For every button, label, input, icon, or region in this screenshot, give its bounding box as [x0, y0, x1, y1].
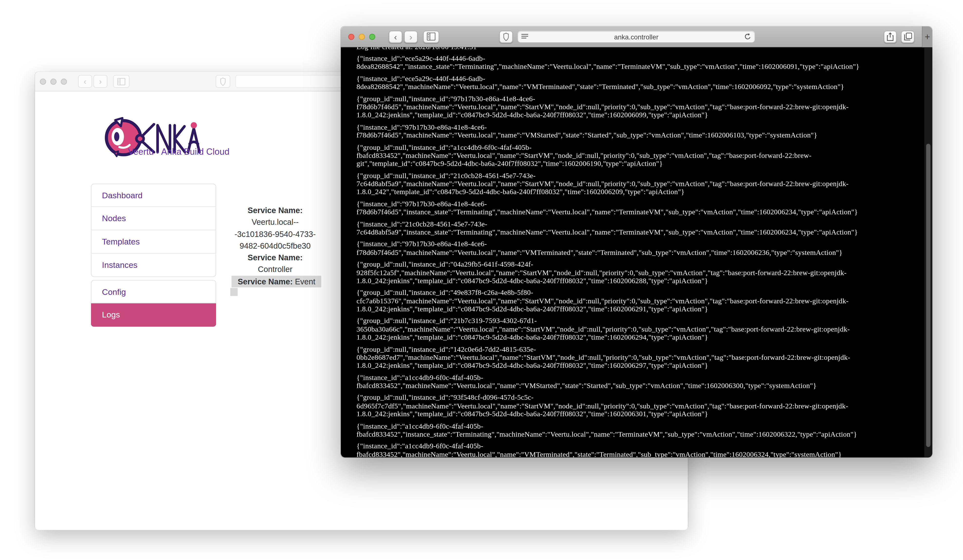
chevron-left-icon: ‹ [84, 77, 86, 86]
zoom-button[interactable] [61, 78, 67, 84]
service-name-value: 9482-604d0c5fbe30 [230, 240, 321, 252]
sidebar-toggle-button[interactable] [423, 31, 439, 42]
sidebar-item-nodes[interactable]: Nodes [91, 207, 216, 230]
log-entry: {"group_id":null,"instance_id":"142c0e6d… [357, 345, 909, 370]
share-button[interactable] [884, 31, 897, 42]
close-button[interactable] [40, 78, 46, 84]
privacy-shield-icon [220, 77, 226, 86]
log-entry: {"instance_id":"21c0cb28-4561-45e7-743e-… [357, 220, 909, 236]
sidebar-toggle-icon [427, 32, 435, 40]
refresh-icon[interactable] [744, 33, 751, 40]
sidebar-item-instances[interactable]: Instances [91, 254, 216, 277]
service-name-value: Controller [230, 264, 321, 276]
log-entry: {"instance_id":"97b17b30-e86a-41e8-4ce6-… [357, 123, 909, 140]
log-entry: {"instance_id":"a1cc4db9-6f0c-4faf-405b-… [357, 422, 909, 439]
brand-subtitle: Veertu - Anka Build Cloud [106, 147, 251, 156]
close-button[interactable] [348, 34, 354, 40]
sidebar-item-label: Nodes [102, 214, 126, 223]
sidebar-item-config[interactable]: Config [91, 280, 216, 303]
back-button[interactable]: ‹ [78, 75, 92, 88]
url-text: anka.controller [528, 33, 744, 40]
chevron-right-icon: › [410, 32, 412, 41]
log-viewer-window: ‹ › [341, 26, 932, 458]
log-entry: {"instance_id":"a1cc4db9-6f0c-4faf-405b-… [357, 374, 909, 390]
log-entry: {"instance_id":"97b17b30-e86a-41e8-4ce6-… [357, 200, 909, 217]
service-name-value: -3c101836-9540-4733- [230, 228, 321, 240]
service-name-highlighted: Service Name: Event [232, 276, 322, 288]
new-tab-icon: + [925, 31, 930, 42]
sidebar-toggle-icon [117, 78, 125, 85]
scrollbar-track[interactable] [924, 47, 932, 457]
log-entry: {"group_id":null,"instance_id":"21c0cb28… [357, 172, 909, 196]
sidebar-item-label: Templates [102, 237, 139, 246]
address-bar[interactable]: anka.controller [518, 31, 755, 42]
sidebar-item-templates[interactable]: Templates [91, 230, 216, 254]
privacy-shield-button[interactable] [499, 31, 513, 42]
chevron-right-icon: › [99, 77, 102, 86]
log-view: Log file created at: 2020/10/06 13:41:31… [341, 47, 932, 457]
log-entry: {"group_id":null,"instance_id":"93f548cf… [357, 394, 909, 418]
front-window-titlebar[interactable]: ‹ › [341, 26, 932, 47]
sidebar-item-label: Dashboard [102, 191, 143, 200]
share-icon [887, 32, 894, 41]
log-content: Log file created at: 2020/10/06 13:41:31… [357, 47, 909, 457]
log-entry: {"instance_id":"ece5a29c-440f-4446-6adb-… [357, 55, 909, 71]
log-entry: {"group_id":null,"instance_id":"97b17b30… [357, 95, 909, 120]
privacy-shield-icon [503, 32, 509, 41]
service-name-value: Veertu.local-- [230, 216, 321, 228]
back-button[interactable]: ‹ [389, 31, 402, 42]
service-name-label: Service Name: [230, 252, 321, 264]
log-entry: {"instance_id":"97b17b30-e86a-41e8-4ce6-… [357, 240, 909, 257]
privacy-shield-button[interactable] [216, 75, 230, 88]
new-tab-button[interactable]: + [922, 26, 932, 47]
selection-stub [230, 288, 238, 296]
sidebar-item-label: Instances [102, 260, 138, 270]
log-entry: {"group_id":null,"instance_id":"a1cc4db9… [357, 144, 909, 168]
sidebar-item-logs[interactable]: Logs [91, 303, 216, 327]
tab-overview-button[interactable] [901, 31, 914, 42]
chevron-left-icon: ‹ [394, 32, 397, 41]
minimize-button[interactable] [50, 78, 57, 84]
log-header-line: Log file created at: 2020/10/06 13:41:31 [357, 47, 909, 51]
zoom-button[interactable] [369, 34, 375, 40]
sidebar-item-label: Config [102, 287, 126, 296]
log-entry: {"instance_id":"ece5a29c-440f-4446-6adb-… [357, 75, 909, 91]
service-name-label: Service Name: [230, 205, 321, 217]
forward-button[interactable]: › [93, 75, 107, 88]
sidebar-toggle-button[interactable] [113, 75, 130, 88]
window-controls [40, 78, 67, 84]
minimize-button[interactable] [358, 34, 365, 40]
desktop: ‹ › [0, 0, 963, 560]
forward-button[interactable]: › [404, 31, 418, 42]
log-entry: {"group_id":null,"instance_id":"04a29fb5… [357, 261, 909, 285]
log-entry: {"instance_id":"a1cc4db9-6f0c-4faf-405b-… [357, 442, 909, 457]
sidebar-item-label: Logs [102, 310, 120, 319]
sidebar-item-dashboard[interactable]: Dashboard [91, 184, 216, 207]
reader-icon [521, 34, 528, 40]
window-controls [348, 34, 375, 40]
scrollbar-thumb[interactable] [926, 144, 931, 447]
tab-overview-icon [904, 32, 912, 40]
log-entry: {"group_id":null,"instance_id":"49e837f8… [357, 289, 909, 313]
log-entry: {"group_id":null,"instance_id":"21b7c319… [357, 317, 909, 342]
sidebar-menu: DashboardNodesTemplatesInstancesConfigLo… [91, 184, 216, 330]
service-info: Service Name:Veertu.local---3c101836-954… [230, 205, 321, 288]
